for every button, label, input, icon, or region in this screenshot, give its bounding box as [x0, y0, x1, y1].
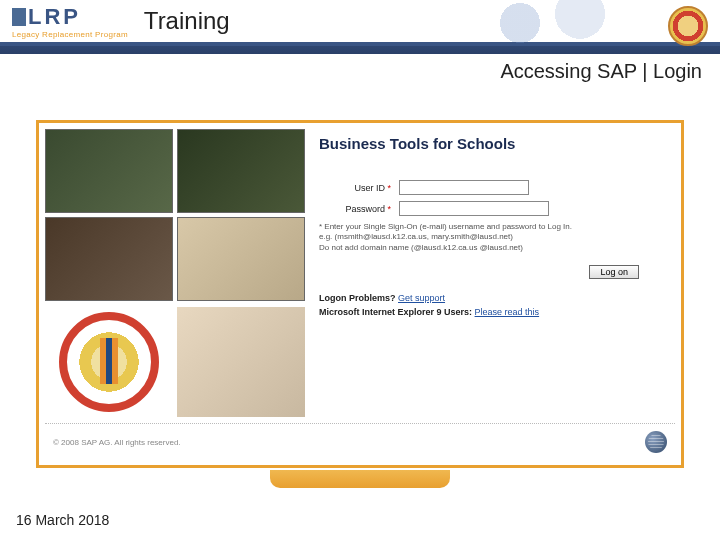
hint-line-1: * Enter your Single Sign-On (e-mail) use… — [319, 222, 667, 232]
logon-problems-line: Logon Problems? Get support — [319, 293, 667, 303]
seal-pencils-icon — [100, 338, 118, 384]
photo-child — [177, 307, 305, 417]
hint-line-2: e.g. (msmith@lausd.k12.ca.us, mary.smith… — [319, 232, 667, 242]
lrp-block-icon — [12, 8, 26, 26]
user-id-label: User ID * — [319, 183, 391, 193]
breadcrumb: Accessing SAP | Login — [0, 54, 720, 90]
header-top: LRP Legacy Replacement Program Training — [0, 0, 720, 46]
ie9-link[interactable]: Please read this — [475, 307, 540, 317]
photo-students-2 — [177, 217, 305, 301]
seal-circle-icon — [59, 312, 159, 412]
password-input[interactable] — [399, 201, 549, 216]
password-row: Password * — [319, 201, 667, 216]
image-column — [45, 129, 305, 417]
globe-icon — [645, 431, 667, 453]
page-title: Training — [144, 7, 230, 35]
password-label: Password * — [319, 204, 391, 214]
lrp-subtitle: Legacy Replacement Program — [12, 30, 128, 39]
district-seal-icon — [668, 6, 708, 46]
user-id-input[interactable] — [399, 180, 529, 195]
copyright-text: © 2008 SAP AG. All rights reserved. — [53, 438, 181, 447]
lausd-seal — [45, 307, 173, 417]
header-bar: LRP Legacy Replacement Program Training — [0, 0, 720, 54]
logon-problems-label: Logon Problems? — [319, 293, 396, 303]
hint-line-3: Do not add domain name (@lausd.k12.ca.us… — [319, 243, 667, 253]
logon-row: Log on — [319, 265, 667, 279]
login-hint: * Enter your Single Sign-On (e-mail) use… — [319, 222, 667, 253]
get-support-link[interactable]: Get support — [398, 293, 445, 303]
panel-footer: © 2008 SAP AG. All rights reserved. — [45, 417, 675, 459]
login-panel: Business Tools for Schools User ID * Pas… — [36, 120, 684, 468]
photo-students-1 — [45, 217, 173, 301]
photo-classroom-1 — [45, 129, 173, 213]
lrp-letters: LRP — [28, 4, 81, 30]
form-column: Business Tools for Schools User ID * Pas… — [319, 129, 675, 417]
bottom-tab-decor — [270, 470, 450, 488]
user-id-row: User ID * — [319, 180, 667, 195]
main-area: Business Tools for Schools User ID * Pas… — [0, 90, 720, 498]
lrp-logo-text: LRP — [12, 4, 128, 30]
ie9-label: Microsoft Internet Explorer 9 Users: — [319, 307, 472, 317]
logon-button[interactable]: Log on — [589, 265, 639, 279]
lrp-logo: LRP Legacy Replacement Program — [12, 4, 128, 39]
footer-date: 16 March 2018 — [16, 512, 109, 528]
photo-classroom-2 — [177, 129, 305, 213]
ie9-line: Microsoft Internet Explorer 9 Users: Ple… — [319, 307, 667, 317]
header-decor — [460, 0, 660, 46]
image-grid — [45, 129, 305, 301]
panel-title: Business Tools for Schools — [319, 135, 667, 152]
